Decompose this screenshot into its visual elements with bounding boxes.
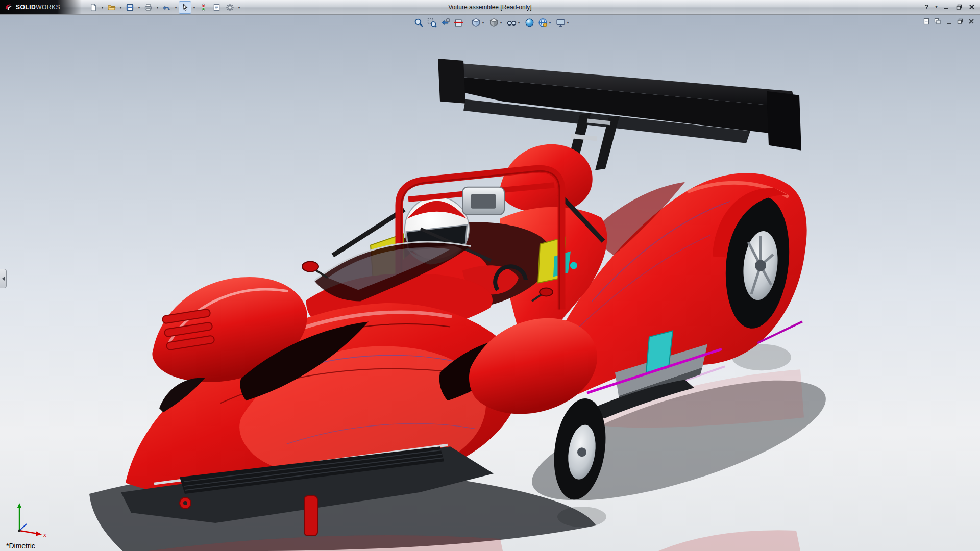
minimize-document-icon xyxy=(945,18,952,25)
hide-show-items-button[interactable]: ▾ xyxy=(505,16,523,29)
zoom-to-area-icon xyxy=(427,18,437,28)
dropdown-arrow[interactable]: ▾ xyxy=(237,5,241,10)
solidworks-logo-icon xyxy=(4,3,13,12)
restore-button[interactable] xyxy=(953,2,964,12)
options-button[interactable] xyxy=(224,1,236,14)
restore-document-icon xyxy=(957,18,964,25)
minimize-document-button[interactable] xyxy=(945,17,952,25)
select-cursor-icon xyxy=(181,3,189,12)
dropdown-arrow[interactable]: ▾ xyxy=(548,20,552,25)
new-window-icon xyxy=(923,18,930,25)
arrange-windows-button[interactable] xyxy=(934,17,941,25)
expand-panel-arrow-icon xyxy=(2,277,5,281)
new-window-button[interactable] xyxy=(922,17,930,25)
dropdown-arrow[interactable]: ▾ xyxy=(155,5,160,10)
zoom-to-fit-button[interactable] xyxy=(412,16,425,29)
document-window-controls xyxy=(922,17,975,25)
apply-scene-button[interactable]: ▾ xyxy=(536,16,554,29)
file-properties-button[interactable] xyxy=(210,1,223,14)
arrange-windows-icon xyxy=(934,18,941,25)
undo-icon xyxy=(162,3,171,12)
view-orientation-label: *Dimetric xyxy=(6,542,35,550)
previous-view-icon xyxy=(440,18,450,28)
open-document-button[interactable] xyxy=(105,1,118,14)
restore-document-button[interactable] xyxy=(956,17,964,25)
select-tool-button[interactable] xyxy=(179,1,191,14)
file-properties-icon xyxy=(212,3,221,12)
previous-view-button[interactable] xyxy=(439,16,452,29)
dropdown-arrow[interactable]: ▾ xyxy=(137,5,141,10)
dropdown-arrow[interactable]: ▾ xyxy=(118,5,123,10)
close-button[interactable] xyxy=(966,2,977,12)
hide-show-glasses-icon xyxy=(507,18,517,28)
open-document-icon xyxy=(107,3,116,12)
display-style-button[interactable]: ▾ xyxy=(487,16,505,29)
print-button[interactable] xyxy=(142,1,155,14)
undo-button[interactable] xyxy=(160,1,173,14)
rebuild-button[interactable] xyxy=(197,1,210,14)
feature-manager-collapsed-tab[interactable] xyxy=(0,269,7,288)
dropdown-arrow[interactable]: ▾ xyxy=(174,5,178,10)
dropdown-arrow[interactable]: ▾ xyxy=(100,5,105,10)
save-button[interactable] xyxy=(124,1,136,14)
dropdown-arrow[interactable]: ▾ xyxy=(499,20,503,25)
dropdown-arrow[interactable]: ▾ xyxy=(566,20,570,25)
print-icon xyxy=(144,3,153,12)
appearance-ball-icon xyxy=(525,18,534,28)
dropdown-arrow[interactable]: ▾ xyxy=(481,20,485,25)
view-settings-icon xyxy=(556,18,566,28)
options-gear-icon xyxy=(226,3,234,12)
zoom-to-fit-icon xyxy=(414,18,424,28)
heads-up-view-toolbar: ▾ ▾ ▾ xyxy=(412,16,572,29)
app-logo[interactable]: SOLIDWORKS xyxy=(0,0,82,14)
orientation-triad: x xyxy=(11,500,49,538)
minimize-icon xyxy=(943,4,949,10)
rear-wing xyxy=(438,59,801,170)
triad-x-label: x xyxy=(43,532,46,538)
new-document-icon xyxy=(89,3,97,12)
section-view-button[interactable] xyxy=(452,16,465,29)
dropdown-arrow[interactable]: ▾ xyxy=(192,5,197,10)
zoom-to-area-button[interactable] xyxy=(426,16,438,29)
help-button[interactable]: ? xyxy=(921,2,932,12)
app-logo-text: SOLIDWORKS xyxy=(16,4,60,11)
section-view-icon xyxy=(454,18,463,28)
close-document-icon xyxy=(968,18,975,25)
graphics-viewport[interactable]: ▾ ▾ ▾ xyxy=(0,15,980,551)
close-document-button[interactable] xyxy=(967,17,975,25)
window-controls: ? ▾ xyxy=(921,2,977,12)
dropdown-arrow[interactable]: ▾ xyxy=(517,20,521,25)
rebuild-traffic-light-icon xyxy=(199,3,208,12)
apply-scene-globe-icon xyxy=(538,18,548,28)
headrest-fairing xyxy=(499,144,593,214)
edit-appearance-button[interactable] xyxy=(523,16,536,29)
dropdown-arrow[interactable]: ▾ xyxy=(934,5,939,9)
view-orientation-button[interactable]: ▾ xyxy=(470,16,487,29)
view-settings-button[interactable]: ▾ xyxy=(554,16,572,29)
new-document-button[interactable] xyxy=(87,1,100,14)
3d-model-render xyxy=(0,15,980,551)
display-style-icon xyxy=(489,18,499,28)
minimize-button[interactable] xyxy=(941,2,951,12)
solidworks-window: Voiture assemblee [Read-only] SOLIDWORKS… xyxy=(0,0,980,551)
view-orientation-cube-icon xyxy=(471,18,481,28)
close-icon xyxy=(969,4,975,10)
main-toolbar: ▾ ▾ ▾ xyxy=(87,1,241,14)
save-icon xyxy=(126,3,134,12)
restore-icon xyxy=(956,4,962,10)
titlebar: Voiture assemblee [Read-only] SOLIDWORKS… xyxy=(0,0,980,15)
